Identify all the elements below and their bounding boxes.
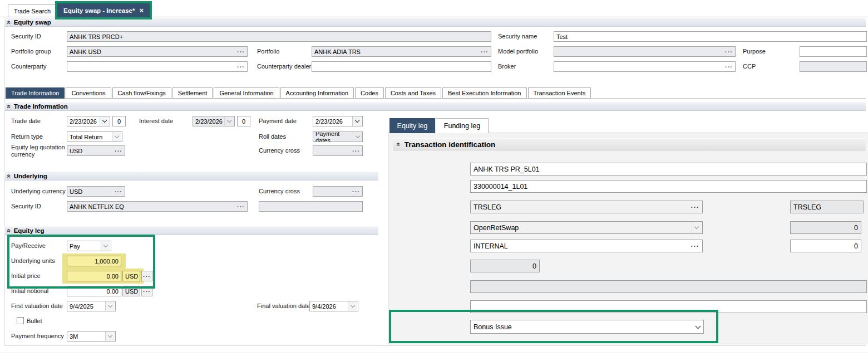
tab-costs-and-taxes[interactable]: Costs and Taxes	[385, 87, 441, 99]
equity-leg-quotation-currency-label: Equity leg quotation currency	[11, 144, 67, 158]
model-portfolio-field[interactable]: ···	[554, 46, 736, 57]
underlying-currency-cross-field[interactable]: ···	[313, 186, 363, 197]
security-group-value: TRSLEG	[793, 203, 821, 211]
collapse-icon[interactable]: «	[6, 229, 12, 233]
collapse-icon[interactable]: «	[396, 143, 401, 147]
ellipsis-icon[interactable]: ···	[235, 48, 245, 55]
originating-system-field[interactable]: INTERNAL ···	[470, 240, 703, 252]
equity-leg-quotation-currency-field[interactable]: USD ···	[67, 145, 125, 156]
section-header-underlying: « Underlying	[4, 172, 378, 181]
section-header-transaction-identification: « Transaction identification	[393, 138, 866, 150]
underlying-units-field[interactable]: 1,000.00	[67, 256, 121, 266]
orig-system-transaction-no-field[interactable]: 0	[790, 240, 861, 252]
portfolio-group-label: Portfolio group	[11, 48, 51, 55]
counterparty-field[interactable]: ···	[67, 61, 248, 72]
external-transaction-no-field[interactable]	[470, 300, 867, 313]
return-type-field[interactable]: Total Return	[67, 131, 122, 142]
payment-frequency-field[interactable]: 3M	[67, 331, 116, 342]
interest-date-offset-field[interactable]: 0	[237, 116, 250, 126]
chevron-down-icon	[101, 241, 110, 251]
tab-trade-search[interactable]: Trade Search	[8, 4, 57, 17]
tab-equity-leg[interactable]: Equity leg	[389, 118, 435, 133]
transaction-code-field[interactable]: OpenRetSwap	[470, 221, 703, 234]
broker-field[interactable]: ···	[554, 61, 736, 72]
security-no-field[interactable]: 330000014_1L01	[470, 180, 867, 193]
section-title-equity-swap: Equity swap	[14, 19, 51, 26]
ellipsis-icon[interactable]: ···	[479, 48, 489, 55]
initial-notional-lookup-button[interactable]: ···	[141, 286, 152, 296]
underlying-extra-field[interactable]	[259, 201, 363, 212]
purpose-label: Purpose	[743, 48, 766, 55]
currency-cross-field[interactable]: ···	[313, 145, 363, 156]
tab-codes[interactable]: Codes	[355, 87, 384, 99]
extended-transaction-no-field[interactable]	[470, 280, 867, 293]
tab-cash-flow-fixings[interactable]: Cash flow/Fixings	[112, 87, 171, 99]
close-icon[interactable]: ×	[139, 7, 144, 13]
ellipsis-icon[interactable]: ···	[689, 242, 700, 250]
portfolio-label: Portfolio	[257, 48, 279, 55]
security-type-field[interactable]: TRSLEG ···	[470, 201, 703, 213]
security-id-field[interactable]: ANHK TRS PRCD+	[67, 31, 491, 42]
interest-date-value: 2/23/2026	[195, 118, 223, 125]
collapse-icon[interactable]: «	[6, 21, 12, 25]
ellipsis-icon[interactable]: ···	[350, 188, 360, 195]
tab-general-information[interactable]: General Information	[214, 87, 279, 99]
section-title-underlying: Underlying	[14, 173, 47, 179]
chevron-down-icon[interactable]	[693, 320, 702, 333]
leg-security-id-field[interactable]: ANHK TRS PR_5L01	[470, 163, 867, 175]
tab-label: Costs and Taxes	[391, 90, 436, 96]
tab-best-execution-information[interactable]: Best Execution Information	[442, 87, 526, 99]
chevron-down-icon[interactable]	[100, 116, 109, 126]
security-group-field[interactable]: TRSLEG	[790, 201, 864, 213]
chevron-down-icon[interactable]	[352, 116, 362, 126]
collapse-icon[interactable]: «	[6, 174, 12, 178]
tab-settlement[interactable]: Settlement	[172, 87, 213, 99]
bullet-label: Bullet	[27, 318, 42, 325]
ellipsis-icon[interactable]: ···	[112, 148, 122, 154]
ellipsis-icon[interactable]: ···	[112, 188, 122, 195]
ccp-field[interactable]	[800, 61, 867, 72]
ellipsis-icon[interactable]: ···	[235, 203, 245, 210]
payment-date-field[interactable]: 2/23/2026	[313, 116, 363, 126]
ellipsis-icon[interactable]: ···	[350, 148, 360, 154]
ellipsis-icon[interactable]: ···	[689, 203, 700, 211]
ellipsis-icon[interactable]: ···	[235, 64, 245, 70]
initial-price-currency-field[interactable]: USD	[122, 271, 140, 281]
trade-date-offset-field[interactable]: 0	[112, 116, 126, 126]
initial-notional-field[interactable]: 0.00	[67, 286, 121, 296]
initial-price-field[interactable]: 0.00	[67, 271, 121, 281]
section-header-equity-leg: « Equity leg	[4, 226, 378, 235]
portfolio-field[interactable]: ANHK ADIA TRS ···	[312, 46, 491, 57]
elementary-transaction-serial-no-field[interactable]: 0	[470, 260, 540, 272]
ellipsis-icon[interactable]: ···	[723, 48, 733, 55]
first-valuation-date-field[interactable]: 9/4/2025	[67, 301, 116, 311]
tab-trade-information[interactable]: Trade Information	[6, 87, 65, 99]
model-portfolio-label: Model portfolio	[498, 48, 538, 55]
tab-transaction-events[interactable]: Transaction Events	[528, 87, 591, 99]
initial-price-lookup-button[interactable]: ···	[141, 271, 152, 281]
portfolio-group-field[interactable]: ANHK USD ···	[67, 46, 248, 57]
collapse-icon[interactable]: «	[6, 105, 12, 109]
ellipsis-icon[interactable]: ···	[723, 64, 733, 70]
bullet-checkbox[interactable]	[17, 317, 24, 324]
ccp-label: CCP	[743, 63, 756, 70]
pay-receive-field[interactable]: Pay	[67, 241, 111, 251]
tab-equity-swap-label: Equity swap - Increase*	[63, 7, 135, 14]
underlying-currency-field[interactable]: USD ···	[67, 186, 125, 197]
tab-label: Best Execution Information	[448, 90, 521, 96]
trade-date-field[interactable]: 2/23/2026	[67, 116, 110, 126]
underlying-security-id-field[interactable]: ANHK NETFLIX EQ ···	[67, 201, 248, 212]
tab-accounting-information[interactable]: Accounting Information	[280, 87, 354, 99]
counterparty-dealer-field[interactable]	[312, 61, 491, 72]
corporate-action-event-field[interactable]: Bonus Issue	[470, 320, 704, 334]
roll-dates-field[interactable]: Payment dates	[313, 131, 363, 142]
initial-notional-currency-field[interactable]: USD	[122, 286, 140, 296]
security-name-field[interactable]: Test	[554, 31, 867, 42]
tab-equity-swap-increase[interactable]: Equity swap - Increase* ×	[57, 3, 150, 17]
tab-conventions[interactable]: Conventions	[66, 87, 111, 99]
purpose-field[interactable]	[800, 46, 867, 57]
portfolio-transaction-no-field[interactable]: 0	[790, 221, 861, 234]
final-valuation-date-field[interactable]: 9/4/2026	[309, 301, 358, 311]
tab-funding-leg[interactable]: Funding leg	[436, 118, 489, 133]
interest-date-field[interactable]: 2/23/2026	[193, 116, 235, 126]
